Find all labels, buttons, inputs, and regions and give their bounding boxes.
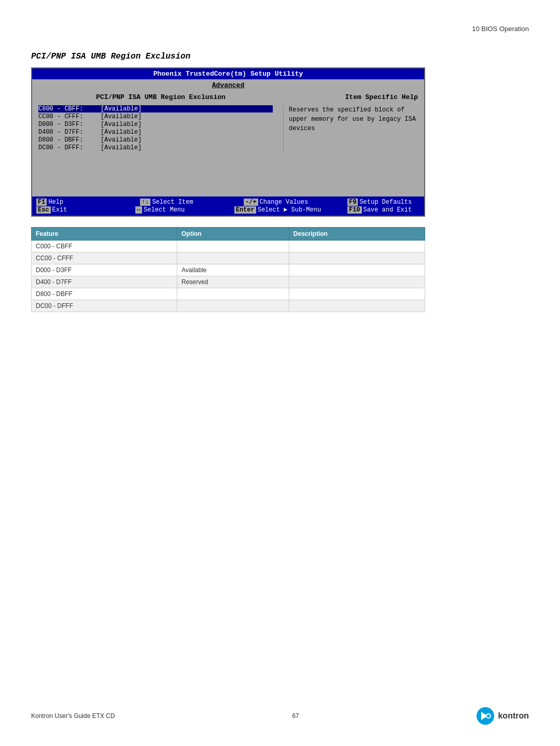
footer-plusminus: -/+ Change Values — [244, 199, 316, 206]
table-cell-description-1 — [289, 252, 425, 264]
bios-screen: Phoenix TrustedCore(tm) Setup Utility Ad… — [31, 67, 425, 217]
col-description: Description — [289, 228, 425, 241]
bios-spacer — [32, 155, 424, 196]
bios-row-label-1: CC00 - CFFF: — [38, 113, 101, 120]
table-cell-option-2: Available — [177, 264, 289, 276]
table-row-5: DC00 - DFFF — [32, 300, 425, 312]
table-cell-feature-5: DC00 - DFFF — [32, 300, 177, 312]
table-row-2: D000 - D3FF Available — [32, 264, 425, 276]
table-row-3: D400 - D7FF Reserved — [32, 276, 425, 288]
table-cell-description-0 — [289, 241, 425, 252]
kontron-logo-icon — [476, 707, 495, 725]
label-setup-defaults: Setup Defaults — [359, 199, 412, 206]
label-select-item: Select Item — [152, 199, 193, 206]
feature-table: Feature Option Description C000 - CBFF C… — [31, 227, 425, 312]
label-select-submenu: Select ► Sub-Menu — [258, 206, 321, 214]
bios-row-value-1: [Available] — [101, 113, 142, 120]
footer-f1: F1 Help — [36, 199, 109, 206]
table-cell-feature-4: D800 - DBFF — [32, 288, 177, 300]
footer-f10: F10 Save and Exit — [347, 206, 420, 214]
table-body: C000 - CBFF CC00 - CFFF D000 - D3FF Avai… — [32, 241, 425, 312]
footer-arrows: ↑↓ Select Item — [140, 199, 213, 206]
bios-row-3[interactable]: D400 - D7FF:[Available] — [38, 129, 273, 136]
svg-point-2 — [486, 714, 491, 718]
footer-f9: F9 Setup Defaults — [347, 199, 420, 206]
bios-body: C800 - CBFF:[Available]CC00 - CFFF:[Avai… — [32, 102, 424, 155]
bios-footer: F1 Help ↑↓ Select Item -/+ Change Values… — [32, 196, 424, 216]
table-cell-description-4 — [289, 288, 425, 300]
bios-row-value-0: [Available] — [101, 105, 142, 112]
table-cell-option-3: Reserved — [177, 276, 289, 288]
key-f10: F10 — [347, 206, 362, 214]
key-arrows: ↑↓ — [140, 199, 150, 206]
label-select-menu: Select Menu — [144, 206, 185, 214]
table-cell-option-4 — [177, 288, 289, 300]
bios-footer-line-2: Esc Exit ↔ Select Menu Enter Select ► Su… — [36, 206, 420, 214]
bios-row-value-3: [Available] — [101, 129, 142, 136]
footer-left-text: Kontron User's Guide ETX CD — [31, 712, 115, 720]
table-cell-feature-0: C000 - CBFF — [32, 241, 177, 252]
bios-row-4[interactable]: D800 - DBFF:[Available] — [38, 136, 273, 144]
main-content: PCI/PNP ISA UMB Region Exclusion Phoenix… — [31, 52, 529, 312]
bios-help-text: Reserves the specified block of upper me… — [289, 105, 418, 133]
key-f1: F1 — [36, 199, 47, 206]
footer-lr-arrow: ↔ Select Menu — [135, 206, 208, 214]
table-cell-option-5 — [177, 300, 289, 312]
key-lr-arrow: ↔ — [135, 206, 142, 214]
bios-right-panel: Reserves the specified block of upper me… — [283, 105, 418, 152]
table-cell-feature-2: D000 - D3FF — [32, 264, 177, 276]
bios-row-value-5: [Available] — [101, 144, 142, 151]
kontron-logo-text: kontron — [498, 711, 529, 721]
col-feature: Feature — [32, 228, 177, 241]
label-exit: Exit — [52, 206, 67, 214]
table-row-1: CC00 - CFFF — [32, 252, 425, 264]
table-cell-description-5 — [289, 300, 425, 312]
label-save-exit: Save and Exit — [363, 206, 412, 214]
footer-page-number: 67 — [292, 712, 299, 720]
footer-esc: Esc Exit — [36, 206, 109, 214]
table-header-row: Feature Option Description — [32, 228, 425, 241]
table-cell-option-1 — [177, 252, 289, 264]
table-cell-option-0 — [177, 241, 289, 252]
bios-tab-bar: Advanced — [32, 79, 424, 91]
col-option: Option — [177, 228, 289, 241]
bios-row-label-0: C800 - CBFF: — [38, 105, 101, 112]
bios-row-2[interactable]: D000 - D3FF:[Available] — [38, 121, 273, 128]
table-cell-description-2 — [289, 264, 425, 276]
table-row-4: D800 - DBFF — [32, 288, 425, 300]
label-change-values: Change Values — [260, 199, 309, 206]
key-enter: Enter — [234, 206, 256, 214]
section-title: PCI/PNP ISA UMB Region Exclusion — [31, 52, 529, 61]
bios-title-bar: Phoenix TrustedCore(tm) Setup Utility — [32, 68, 424, 79]
page-footer: Kontron User's Guide ETX CD 67 kontron — [31, 707, 529, 725]
table-cell-feature-3: D400 - D7FF — [32, 276, 177, 288]
table-cell-description-3 — [289, 276, 425, 288]
bios-row-value-4: [Available] — [101, 136, 142, 144]
table-row-0: C000 - CBFF — [32, 241, 425, 252]
bios-row-0[interactable]: C800 - CBFF:[Available] — [38, 105, 273, 112]
label-help: Help — [48, 199, 63, 206]
bios-row-value-2: [Available] — [101, 121, 142, 128]
bios-screen-header-left: PCI/PNP ISA UMB Region Exclusion — [38, 93, 283, 101]
bios-row-label-2: D000 - D3FF: — [38, 121, 101, 128]
footer-enter: Enter Select ► Sub-Menu — [234, 206, 321, 214]
key-f9: F9 — [347, 199, 358, 206]
bios-row-5[interactable]: DC00 - DFFF:[Available] — [38, 144, 273, 151]
key-esc: Esc — [36, 206, 51, 214]
bios-row-label-4: D800 - DBFF: — [38, 136, 101, 144]
table-cell-feature-1: CC00 - CFFF — [32, 252, 177, 264]
bios-left-panel: C800 - CBFF:[Available]CC00 - CFFF:[Avai… — [38, 105, 283, 152]
bios-headers-row: PCI/PNP ISA UMB Region Exclusion Item Sp… — [32, 91, 424, 102]
bios-footer-line-1: F1 Help ↑↓ Select Item -/+ Change Values… — [36, 199, 420, 206]
bios-row-label-3: D400 - D7FF: — [38, 129, 101, 136]
key-plusminus: -/+ — [244, 199, 258, 206]
bios-tab-advanced[interactable]: Advanced — [206, 80, 250, 90]
page-header: 10 BIOS Operation — [472, 25, 529, 33]
bios-row-label-5: DC00 - DFFF: — [38, 144, 101, 151]
bios-row-1[interactable]: CC00 - CFFF:[Available] — [38, 113, 273, 120]
bios-screen-header-right: Item Specific Help — [283, 93, 418, 101]
bios-rows: C800 - CBFF:[Available]CC00 - CFFF:[Avai… — [38, 105, 273, 151]
footer-logo: kontron — [476, 707, 529, 725]
